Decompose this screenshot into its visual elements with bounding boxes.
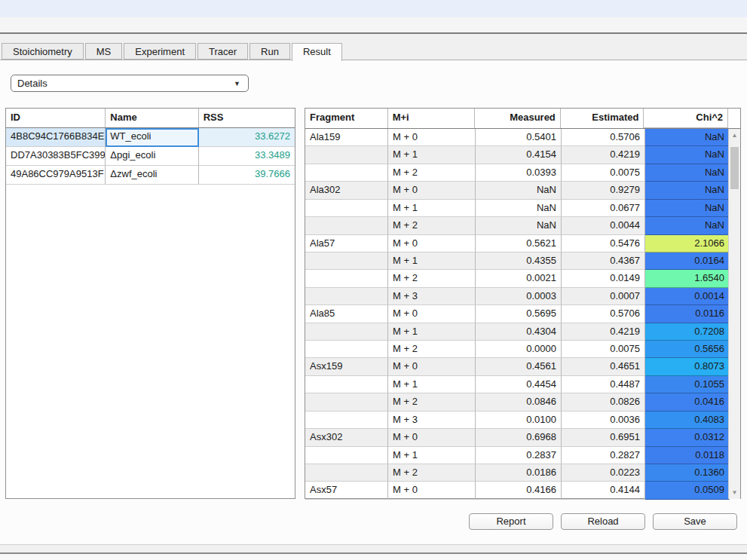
- measured-value-cell[interactable]: 0.0846: [476, 393, 562, 411]
- model-rss-cell[interactable]: 33.6272: [199, 128, 295, 147]
- measured-value-cell[interactable]: 0.0000: [476, 341, 562, 358]
- mass-isotopomer-cell[interactable]: M + 1: [388, 323, 476, 341]
- column-header-rss[interactable]: RSS: [199, 109, 295, 127]
- mass-isotopomer-cell[interactable]: M + 1: [388, 146, 476, 164]
- fragment-row[interactable]: M + 10.43550.43670.0164: [305, 252, 740, 270]
- fragment-row[interactable]: Ala159M + 00.54010.5706NaN: [305, 129, 740, 146]
- fragment-row[interactable]: Ala57M + 00.56210.54762.1066: [305, 235, 740, 252]
- chi2-value-cell[interactable]: 0.5656: [645, 341, 730, 358]
- mass-isotopomer-cell[interactable]: M + 3: [388, 412, 476, 429]
- estimated-value-cell[interactable]: 0.0044: [562, 217, 645, 234]
- fragment-row[interactable]: M + 1NaN0.0677NaN: [305, 200, 740, 217]
- measured-value-cell[interactable]: 0.4304: [476, 323, 562, 341]
- column-header-chi2[interactable]: Chi^2: [644, 109, 728, 128]
- fragment-row[interactable]: M + 10.44540.44870.1055: [305, 376, 740, 393]
- scrollbar-up-icon[interactable]: ▲: [729, 132, 740, 139]
- model-id-cell[interactable]: DD7A30383B5FC399: [6, 147, 106, 166]
- report-button[interactable]: Report: [469, 513, 553, 530]
- estimated-value-cell[interactable]: 0.0007: [562, 288, 645, 305]
- estimated-value-cell[interactable]: 0.6951: [562, 429, 645, 446]
- chi2-value-cell[interactable]: 0.1055: [645, 376, 730, 393]
- measured-value-cell[interactable]: 0.2837: [476, 447, 562, 464]
- chi2-value-cell[interactable]: 0.0014: [645, 288, 730, 305]
- fragment-row[interactable]: M + 20.00210.01491.6540: [305, 270, 740, 287]
- reload-button[interactable]: Reload: [561, 513, 645, 530]
- chi2-value-cell[interactable]: NaN: [645, 200, 730, 217]
- mass-isotopomer-cell[interactable]: M + 2: [388, 270, 476, 287]
- mass-isotopomer-cell[interactable]: M + 0: [388, 305, 476, 323]
- fragment-row[interactable]: Asx159M + 00.45610.46510.8073: [305, 358, 740, 375]
- mass-isotopomer-cell[interactable]: M + 0: [388, 429, 476, 446]
- fragment-name-cell[interactable]: Ala159: [305, 129, 388, 146]
- fragment-name-cell[interactable]: [305, 464, 388, 482]
- measured-value-cell[interactable]: 0.5695: [476, 305, 562, 323]
- measured-value-cell[interactable]: 0.0003: [476, 288, 562, 305]
- fragment-name-cell[interactable]: [305, 146, 388, 164]
- chi2-value-cell[interactable]: NaN: [645, 146, 730, 164]
- fragment-name-cell[interactable]: [305, 164, 388, 182]
- model-id-cell[interactable]: 4B8C94C1766B834E: [6, 128, 106, 147]
- chi2-value-cell[interactable]: 0.0118: [645, 447, 730, 464]
- estimated-value-cell[interactable]: 0.5706: [562, 129, 645, 146]
- fragment-name-cell[interactable]: [305, 288, 388, 305]
- measured-value-cell[interactable]: 0.6968: [476, 429, 562, 446]
- model-name-cell[interactable]: Δzwf_ecoli: [106, 166, 198, 185]
- fragment-row[interactable]: Ala302M + 0NaN0.9279NaN: [305, 182, 740, 199]
- chi2-value-cell[interactable]: 0.1360: [645, 464, 730, 482]
- measured-value-cell[interactable]: 0.0100: [476, 412, 562, 429]
- measured-value-cell[interactable]: 0.4166: [476, 482, 562, 499]
- estimated-value-cell[interactable]: 0.0826: [562, 393, 645, 411]
- fragment-name-cell[interactable]: [305, 200, 388, 217]
- fragment-name-cell[interactable]: Ala57: [305, 235, 388, 252]
- column-header-name[interactable]: Name: [106, 109, 198, 127]
- column-header-measured[interactable]: Measured: [475, 109, 561, 128]
- model-rss-cell[interactable]: 39.7666: [199, 166, 295, 185]
- chi2-value-cell[interactable]: 0.8073: [645, 358, 730, 375]
- tab-experiment[interactable]: Experiment: [124, 43, 196, 60]
- chi2-value-cell[interactable]: 0.0116: [645, 305, 730, 323]
- mass-isotopomer-cell[interactable]: M + 2: [388, 341, 476, 358]
- fragment-row[interactable]: M + 30.00030.00070.0014: [305, 288, 740, 305]
- measured-value-cell[interactable]: 0.4154: [476, 146, 562, 164]
- estimated-value-cell[interactable]: 0.0677: [562, 200, 645, 217]
- fragment-row[interactable]: M + 30.01000.00360.4083: [305, 412, 740, 429]
- measured-value-cell[interactable]: 0.4454: [476, 376, 562, 393]
- chi2-value-cell[interactable]: 0.0416: [645, 393, 730, 411]
- model-rss-cell[interactable]: 33.3489: [199, 147, 295, 166]
- fragment-row[interactable]: M + 20.00000.00750.5656: [305, 341, 740, 358]
- tab-ms[interactable]: MS: [85, 43, 123, 60]
- fragment-name-cell[interactable]: Asx302: [305, 429, 388, 446]
- estimated-value-cell[interactable]: 0.4219: [562, 323, 645, 341]
- mass-isotopomer-cell[interactable]: M + 2: [388, 164, 476, 182]
- tab-tracer[interactable]: Tracer: [197, 43, 248, 60]
- chi2-value-cell[interactable]: 0.7208: [645, 323, 730, 341]
- scrollbar-down-icon[interactable]: ▼: [729, 489, 740, 496]
- measured-value-cell[interactable]: NaN: [476, 182, 562, 199]
- measured-value-cell[interactable]: 0.5401: [476, 129, 562, 146]
- estimated-value-cell[interactable]: 0.0036: [562, 412, 645, 429]
- column-header-mi[interactable]: M+i: [388, 109, 476, 128]
- estimated-value-cell[interactable]: 0.4219: [562, 146, 645, 164]
- fragment-name-cell[interactable]: Asx57: [305, 482, 388, 499]
- mass-isotopomer-cell[interactable]: M + 0: [388, 182, 476, 199]
- mass-isotopomer-cell[interactable]: M + 2: [388, 393, 476, 411]
- measured-value-cell[interactable]: 0.0021: [476, 270, 562, 287]
- estimated-value-cell[interactable]: 0.2827: [562, 447, 645, 464]
- column-header-estimated[interactable]: Estimated: [561, 109, 644, 128]
- mass-isotopomer-cell[interactable]: M + 3: [388, 288, 476, 305]
- fragment-row[interactable]: M + 10.28370.28270.0118: [305, 447, 740, 464]
- model-name-cell[interactable]: Δpgi_ecoli: [106, 147, 198, 166]
- fragment-row[interactable]: Asx302M + 00.69680.69510.0312: [305, 429, 740, 446]
- measured-value-cell[interactable]: 0.4355: [476, 252, 562, 270]
- fragment-name-cell[interactable]: Ala85: [305, 305, 388, 323]
- fragment-name-cell[interactable]: [305, 341, 388, 358]
- model-row[interactable]: DD7A30383B5FC399Δpgi_ecoli33.3489: [6, 147, 295, 166]
- chi2-value-cell[interactable]: NaN: [645, 129, 730, 146]
- model-row[interactable]: 49A86CC979A9513FΔzwf_ecoli39.7666: [6, 166, 295, 185]
- mass-isotopomer-cell[interactable]: M + 0: [388, 235, 476, 252]
- fragment-row[interactable]: M + 10.41540.4219NaN: [305, 146, 740, 164]
- view-selector-dropdown[interactable]: Details ▼: [11, 75, 249, 92]
- chi2-value-cell[interactable]: 0.0509: [645, 482, 730, 499]
- estimated-value-cell[interactable]: 0.0075: [562, 341, 645, 358]
- measured-value-cell[interactable]: 0.4561: [476, 358, 562, 375]
